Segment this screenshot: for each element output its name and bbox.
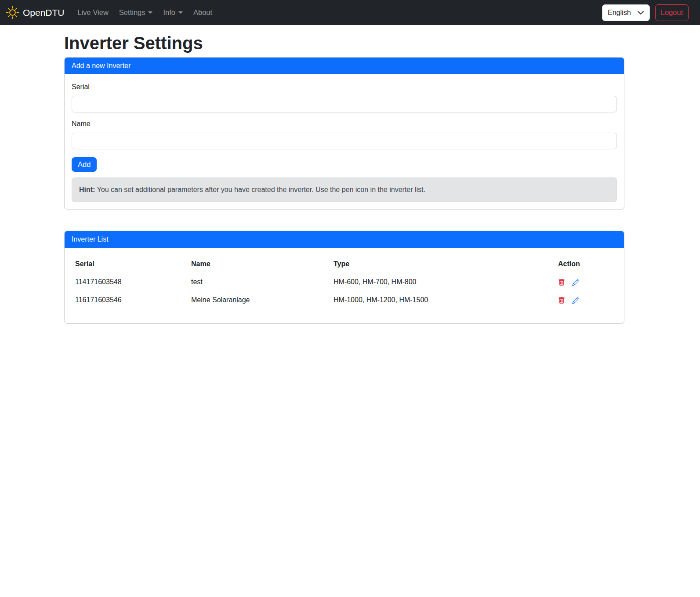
cell-serial: 116171603546 [72,291,188,309]
logout-button[interactable]: Logout [655,4,689,21]
table-row: 114171603548 test HM-600, HM-700, HM-800 [72,273,617,291]
nav-item-about[interactable]: About [188,5,218,20]
cell-name: test [188,273,330,291]
cell-serial: 114171603548 [72,273,188,291]
column-header-serial: Serial [72,255,188,273]
table-row: 116171603546 Meine Solaranlage HM-1000, … [72,291,617,309]
top-navbar: OpenDTU Live View Settings Info About En… [0,0,700,25]
pencil-icon [572,297,579,304]
table-header-row: Serial Name Type Action [72,255,617,273]
nav-item-label: About [193,8,212,17]
nav-item-label: Info [163,8,175,17]
delete-inverter-button[interactable] [558,297,565,304]
column-header-action: Action [555,255,617,273]
brand-link[interactable]: OpenDTU [6,6,65,19]
cell-type: HM-600, HM-700, HM-800 [330,273,555,291]
add-inverter-card-body: Serial Name Add Hint: You can set additi… [65,74,624,209]
inverter-list-card-body: Serial Name Type Action 114171603548 tes… [65,248,624,323]
language-select-value: English [608,9,631,17]
inverter-list-card-header: Inverter List [65,231,624,248]
caret-down-icon [148,11,152,14]
navbar-right-group: English Logout [602,4,694,21]
name-label: Name [72,119,617,129]
serial-label: Serial [72,82,617,92]
add-button[interactable]: Add [72,157,97,172]
hint-text: You can set additional parameters after … [97,186,425,193]
caret-down-icon [178,11,183,14]
nav-item-label: Live View [78,8,109,17]
page-title: Inverter Settings [64,34,624,52]
nav-item-live-view[interactable]: Live View [73,5,114,20]
cell-name: Meine Solaranlage [188,291,330,309]
column-header-name: Name [188,255,330,273]
chevron-down-icon [637,9,644,16]
inverter-list-card: Inverter List Serial Name Type Action 11… [64,231,624,324]
pencil-icon [572,279,579,286]
sun-icon [6,6,19,19]
nav-item-settings[interactable]: Settings [114,5,158,20]
cell-type: HM-1000, HM-1200, HM-1500 [330,291,555,309]
language-select[interactable]: English [602,4,649,21]
brand-title: OpenDTU [23,7,65,18]
cell-action [555,291,617,309]
hint-alert: Hint: You can set additional parameters … [72,177,617,202]
edit-inverter-button[interactable] [572,297,579,304]
serial-input[interactable] [72,96,617,112]
column-header-type: Type [330,255,555,273]
trash-icon [558,297,565,304]
nav-item-info[interactable]: Info [158,5,188,20]
nav-links: Live View Settings Info About [73,5,218,20]
edit-inverter-button[interactable] [572,279,579,286]
cell-action [555,273,617,291]
add-inverter-card-header: Add a new Inverter [65,58,624,74]
inverter-table: Serial Name Type Action 114171603548 tes… [72,255,617,309]
hint-label: Hint: [79,186,95,193]
name-input[interactable] [72,133,617,149]
nav-item-label: Settings [119,8,145,17]
trash-icon [558,279,565,286]
main-content: Inverter Settings Add a new Inverter Ser… [64,25,624,324]
add-inverter-card: Add a new Inverter Serial Name Add Hint:… [64,57,624,210]
delete-inverter-button[interactable] [558,279,565,286]
